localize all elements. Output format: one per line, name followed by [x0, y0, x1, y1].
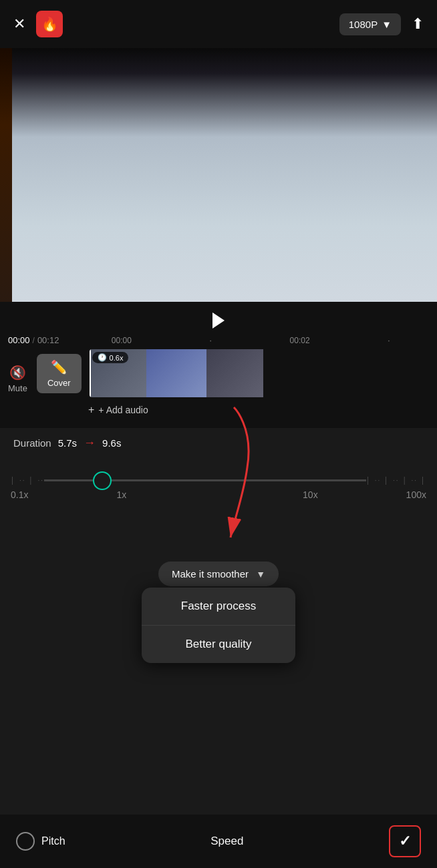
- speed-label-01x: 0.1x: [11, 489, 28, 500]
- mute-icon: 🔇: [9, 365, 26, 381]
- mute-button[interactable]: 🔇 Mute: [8, 365, 27, 393]
- faster-process-option[interactable]: Faster process: [142, 588, 295, 626]
- speed-slider-section: │ ·· │ ·· │ ·· │ ·· │ ·· │ 0.1x 1x 10x 1…: [0, 471, 437, 505]
- cover-icon: ✏️: [51, 359, 67, 375]
- upload-button[interactable]: ⬆: [412, 15, 424, 33]
- smoother-label: Make it smoother: [172, 568, 249, 580]
- pitch-label: Pitch: [41, 835, 65, 847]
- confirm-button[interactable]: ✓: [389, 825, 421, 857]
- add-audio-button[interactable]: + + Add audio: [88, 404, 148, 416]
- video-left-edge: [0, 48, 12, 302]
- speed-badge: 🕐 0.6x: [92, 352, 129, 363]
- smoother-chevron-icon: ▼: [256, 569, 265, 580]
- duration-label: Duration: [13, 437, 51, 449]
- flame-icon: 🔥: [36, 11, 63, 37]
- smoother-row: Make it smoother ▼: [0, 552, 437, 593]
- popup-overlay: Faster process Better quality: [0, 588, 437, 663]
- add-audio-label: + Add audio: [98, 405, 148, 415]
- mute-label: Mute: [8, 383, 27, 393]
- timeline-area: 00:00 / 00:12 00:00 · 00:02 · 🔇 Mute ✏️ …: [0, 302, 437, 428]
- speed-label-10x: 10x: [303, 489, 318, 500]
- tick-marks-left: │ ·· │ ··: [11, 477, 44, 484]
- pitch-button[interactable]: Pitch: [16, 832, 65, 851]
- header-left: ✕ 🔥: [13, 11, 63, 37]
- chevron-down-icon: ▼: [382, 19, 392, 30]
- current-time: 00:00: [8, 335, 30, 345]
- better-quality-option[interactable]: Better quality: [142, 626, 295, 663]
- speed-label-1x: 1x: [116, 489, 126, 500]
- speed-track[interactable]: [44, 479, 366, 481]
- time-ruler: 00:00 / 00:12 00:00 · 00:02 ·: [0, 335, 437, 345]
- header-right: 1080P ▼ ⬆: [339, 13, 424, 35]
- tick-marks-right: │ ·· │ ·· │ ·· │: [366, 477, 426, 484]
- time-marker-dot-2: ·: [388, 336, 390, 345]
- cover-label: Cover: [47, 378, 71, 388]
- duration-from: 5.7s: [58, 437, 77, 449]
- plus-icon: +: [88, 404, 94, 416]
- speed-handle[interactable]: [93, 471, 112, 490]
- resolution-button[interactable]: 1080P ▼: [339, 13, 401, 35]
- video-preview: [0, 48, 437, 302]
- duration-row: Duration 5.7s → 9.6s: [0, 428, 437, 458]
- play-button[interactable]: [212, 312, 225, 329]
- speed-slider-row: │ ·· │ ·· │ ·· │ ·· │ ·· │: [0, 471, 437, 489]
- add-audio-row: + + Add audio: [80, 397, 437, 423]
- video-strip-container: 🕐 0.6x +: [90, 349, 429, 397]
- video-frame: [0, 48, 437, 302]
- timeline-track: 🔇 Mute ✏️ Cover 🕐 0.6x +: [0, 349, 437, 397]
- speed-tab-label: Speed: [210, 835, 243, 848]
- speed-label-100x: 100x: [406, 489, 426, 500]
- time-markers: 00:00 · 00:02 ·: [72, 336, 429, 345]
- strip-frame-3: [206, 349, 263, 397]
- video-strip: 🕐 0.6x: [90, 349, 429, 397]
- total-time: 00:12: [37, 335, 59, 345]
- strip-frame-2: [146, 349, 206, 397]
- duration-arrow-icon: →: [84, 436, 96, 450]
- bottom-bar: Pitch Speed ✓: [0, 815, 437, 868]
- check-icon: ✓: [399, 833, 411, 850]
- popup-menu: Faster process Better quality: [142, 588, 295, 663]
- time-marker-dot-1: ·: [210, 336, 212, 345]
- track-controls: 🔇 Mute ✏️ Cover: [8, 354, 82, 393]
- play-button-row: [0, 308, 437, 335]
- close-button[interactable]: ✕: [13, 15, 25, 33]
- smoother-dropdown[interactable]: Make it smoother ▼: [158, 562, 279, 586]
- speed-section: │ ·· │ ·· │ ·· │ ·· │ ·· │ 0.1x 1x 10x 1…: [0, 458, 437, 512]
- time-marker-0: 00:00: [112, 336, 132, 345]
- speed-labels: 0.1x 1x 10x 100x: [0, 489, 437, 505]
- time-marker-2: 00:02: [290, 336, 310, 345]
- playhead: [90, 349, 91, 397]
- header: ✕ 🔥 1080P ▼ ⬆: [0, 0, 437, 48]
- cover-button[interactable]: ✏️ Cover: [37, 354, 82, 393]
- clock-icon: 🕐: [98, 353, 107, 362]
- duration-to: 9.6s: [102, 437, 121, 449]
- pitch-circle-icon: [16, 832, 35, 851]
